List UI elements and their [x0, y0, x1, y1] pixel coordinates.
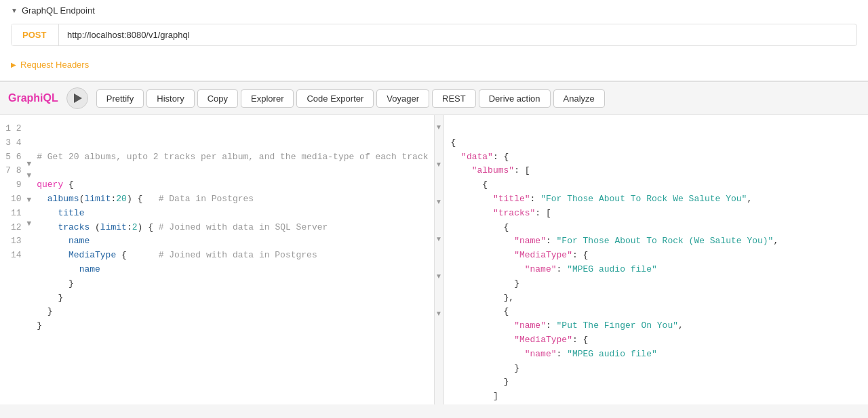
chevron-right-icon: ▶ [11, 61, 16, 68]
scroll-arrow-2: ▼ [435, 159, 443, 169]
graphql-endpoint-header[interactable]: ▼ GraphQL Endpoint [0, 0, 868, 21]
line-numbers: 1 2 3 4 5 6 7 8 9 10 11 12 13 14 [0, 115, 27, 404]
fold-gutter: ▼ ▼ ▼ ▼ [27, 115, 32, 404]
chevron-down-icon: ▼ [11, 7, 18, 14]
analyze-button[interactable]: Analyze [553, 89, 605, 108]
code-area: 1 2 3 4 5 6 7 8 9 10 11 12 13 14 ▼ ▼ ▼ ▼… [0, 115, 434, 404]
method-badge: POST [12, 24, 59, 45]
graphiql-toolbar: GraphiQL Prettify History Copy Explorer … [0, 82, 868, 115]
prettify-button[interactable]: Prettify [96, 89, 144, 108]
graphiql-container: GraphiQL Prettify History Copy Explorer … [0, 81, 868, 404]
scroll-arrow-5: ▼ [435, 271, 443, 281]
request-headers-label: Request Headers [20, 60, 89, 70]
copy-button[interactable]: Copy [197, 89, 238, 108]
history-button[interactable]: History [146, 89, 194, 108]
result-code: { "data": { "albums": [ { "title": "For … [435, 115, 869, 404]
scroll-arrow-6: ▼ [435, 308, 443, 318]
endpoint-row: POST http://localhost:8080/v1/graphql [11, 24, 857, 46]
run-icon [74, 93, 82, 103]
query-code-content: # Get 20 albums, upto 2 tracks per album… [31, 115, 433, 404]
endpoint-section-label: GraphQL Endpoint [22, 5, 95, 16]
run-button[interactable] [66, 87, 88, 109]
code-exporter-button[interactable]: Code Exporter [296, 89, 374, 108]
rest-button[interactable]: REST [432, 89, 476, 108]
top-section: ▼ GraphQL Endpoint POST http://localhost… [0, 0, 868, 81]
result-scroll-indicators-left: ▼ ▼ ▼ ▼ ▼ ▼ [435, 115, 444, 404]
request-headers-header[interactable]: ▶ Request Headers [11, 60, 857, 70]
request-headers-section: ▶ Request Headers [0, 54, 868, 81]
voyager-button[interactable]: Voyager [376, 89, 429, 108]
result-panel: ▼ ▼ ▼ ▼ ▼ ▼ { "data": { "albums": [ { "t… [435, 115, 869, 404]
scroll-arrow-3: ▼ [435, 196, 443, 207]
endpoint-url: http://localhost:8080/v1/graphql [59, 24, 856, 45]
explorer-button[interactable]: Explorer [241, 89, 294, 108]
derive-action-button[interactable]: Derive action [479, 89, 551, 108]
graphiql-editors: 1 2 3 4 5 6 7 8 9 10 11 12 13 14 ▼ ▼ ▼ ▼… [0, 115, 868, 404]
query-editor[interactable]: 1 2 3 4 5 6 7 8 9 10 11 12 13 14 ▼ ▼ ▼ ▼… [0, 115, 435, 404]
scroll-arrow-1: ▼ [435, 122, 443, 132]
graphiql-logo: GraphiQL [8, 92, 58, 104]
scroll-arrow-4: ▼ [435, 234, 443, 244]
